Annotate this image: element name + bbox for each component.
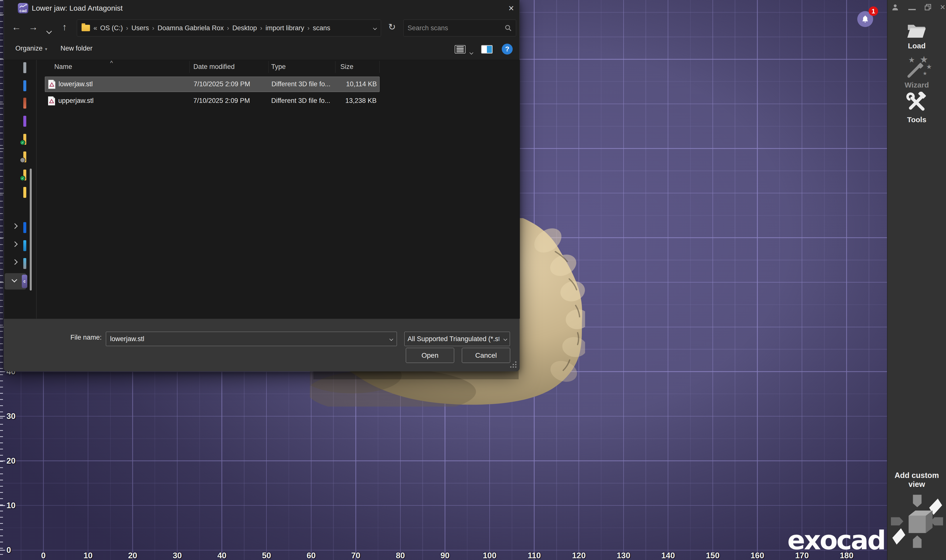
exocad-app-icon: cad xyxy=(18,3,28,13)
file-type: Different 3D file fo... xyxy=(271,80,331,88)
nav-pane-scrollbar[interactable] xyxy=(30,169,32,291)
new-folder-button[interactable]: New folder xyxy=(60,45,92,52)
dialog-toolbar: Organize▾ New folder ? xyxy=(4,39,519,60)
y-axis-label: 20 xyxy=(6,456,15,466)
tree-expand-network-icon[interactable] xyxy=(13,260,17,265)
breadcrumb-item[interactable]: Users xyxy=(131,24,149,32)
recent-locations-chevron-icon[interactable] xyxy=(43,25,55,35)
minimize-icon[interactable] xyxy=(908,9,916,10)
wizard-wand-icon: ★ ★ ★ ★ xyxy=(888,57,946,79)
search-input[interactable]: Search scans xyxy=(403,20,516,37)
file-type: Different 3D file fo... xyxy=(271,97,330,105)
address-dropdown-chevron-icon[interactable] xyxy=(373,26,377,30)
x-axis-label: 130 xyxy=(617,551,630,560)
back-icon[interactable]: ← xyxy=(10,22,23,32)
help-icon[interactable]: ? xyxy=(502,44,513,55)
pane-divider[interactable] xyxy=(36,60,37,318)
close-icon[interactable]: × xyxy=(940,2,945,12)
downloads-folder-icon[interactable] xyxy=(23,116,26,127)
open-button[interactable]: Open xyxy=(406,348,454,363)
notification-badge: 1 xyxy=(869,6,878,16)
tree-collapse-cad-icon[interactable] xyxy=(12,278,16,283)
organize-button[interactable]: Organize▾ xyxy=(15,45,47,52)
home-icon[interactable] xyxy=(23,62,26,73)
exocad-watermark: exocad xyxy=(788,525,885,555)
column-header-name[interactable]: Name xyxy=(54,63,72,71)
refresh-icon[interactable]: ↻ xyxy=(386,22,398,32)
y-axis-label: 30 xyxy=(6,412,15,421)
organize-caret-icon: ▾ xyxy=(45,47,47,52)
dialog-close-button[interactable]: × xyxy=(504,2,518,14)
forward-icon[interactable]: → xyxy=(27,22,40,32)
synced-check-icon: ✓ xyxy=(20,175,25,181)
file-name-input[interactable]: lowerjaw.stl xyxy=(106,332,397,346)
file-type-dropdown-chevron-icon xyxy=(503,337,508,341)
x-axis-label: 90 xyxy=(440,551,450,560)
up-icon[interactable]: ↑ xyxy=(58,22,71,32)
x-axis-label: 160 xyxy=(751,551,764,560)
file-date: 7/10/2025 2:09 PM xyxy=(194,80,250,88)
x-axis-label: 100 xyxy=(483,551,496,560)
sort-ascending-icon: ^ xyxy=(110,60,113,66)
breadcrumb-item[interactable]: OS (C:) xyxy=(100,24,123,32)
dialog-titlebar[interactable]: cad Lower jaw: Load Antagonist × xyxy=(4,0,519,16)
breadcrumb-overflow[interactable]: « xyxy=(94,24,97,32)
y-axis-label: 10 xyxy=(6,501,15,510)
dropbox-icon[interactable] xyxy=(23,222,26,233)
load-button[interactable]: Load xyxy=(888,22,946,50)
user-account-icon[interactable] xyxy=(891,3,899,11)
gallery-icon[interactable] xyxy=(23,80,26,91)
file-name-label: File name: xyxy=(71,334,102,342)
file-name-dropdown-chevron-icon[interactable] xyxy=(389,337,394,341)
x-axis-label: 50 xyxy=(262,551,271,560)
wizard-button[interactable]: ★ ★ ★ ★ Wizard xyxy=(888,57,946,89)
cancel-button[interactable]: Cancel xyxy=(462,348,510,363)
cad-data-icon[interactable]: c xyxy=(22,275,27,288)
column-header-size[interactable]: Size xyxy=(340,63,354,71)
x-axis-label: 150 xyxy=(706,551,720,560)
network-icon[interactable] xyxy=(23,258,26,269)
desktop-folder-icon[interactable] xyxy=(23,98,26,109)
breadcrumb-item[interactable]: import library xyxy=(266,24,304,32)
list-view-icon[interactable] xyxy=(455,45,466,54)
breadcrumb-item[interactable]: Desktop xyxy=(232,24,257,32)
x-axis-label: 30 xyxy=(173,551,182,560)
exocad-side-panel: × Load ★ ★ ★ ★ Wizard xyxy=(887,0,946,560)
x-axis-label: 80 xyxy=(396,551,405,560)
view-cube-widget[interactable] xyxy=(889,490,944,553)
preview-pane-icon[interactable] xyxy=(481,45,492,54)
file-row-lowerjaw[interactable]: lowerjaw.stl 7/10/2025 2:09 PM Different… xyxy=(45,77,380,92)
bell-icon xyxy=(861,15,869,23)
synced-check-icon: ✓ xyxy=(20,140,25,145)
breadcrumb-item[interactable]: scans xyxy=(313,24,331,32)
view-options-caret-icon[interactable] xyxy=(470,48,473,56)
view-cube-icon xyxy=(889,490,944,552)
x-axis-label: 110 xyxy=(528,551,541,560)
file-size: 10,114 KB xyxy=(338,80,377,88)
this-pc-icon[interactable] xyxy=(23,240,26,251)
file-row-upperjaw[interactable]: upperjaw.stl 7/10/2025 2:09 PM Different… xyxy=(45,94,380,109)
tree-expand-this-pc-icon[interactable] xyxy=(13,242,17,247)
dialog-navigation-row: ← → ↑ « OS (C:) › Users › Doamna Gabriel… xyxy=(4,16,519,39)
dialog-footer: File name: lowerjaw.stl All Supported Tr… xyxy=(4,318,519,371)
breadcrumb[interactable]: « OS (C:) › Users › Doamna Gabriela Rox … xyxy=(77,20,381,37)
stl-file-icon xyxy=(48,80,55,89)
breadcrumb-item[interactable]: Doamna Gabriela Rox xyxy=(157,24,224,32)
tools-button[interactable]: Tools xyxy=(888,92,946,124)
file-type-select[interactable]: All Supported Triangulated (*.stl xyxy=(405,332,510,346)
column-header-date[interactable]: Date modified xyxy=(193,63,235,71)
restore-icon[interactable] xyxy=(924,3,932,11)
tree-expand-dropbox-icon[interactable] xyxy=(13,224,17,229)
x-axis-label: 40 xyxy=(217,551,226,560)
stl-file-icon xyxy=(48,96,55,106)
add-custom-view-button[interactable]: Add custom view xyxy=(888,471,946,489)
x-axis-label: 120 xyxy=(572,551,586,560)
chart-arrow-icon xyxy=(19,4,27,8)
column-header-type[interactable]: Type xyxy=(271,63,286,71)
dialog-title: Lower jaw: Load Antagonist xyxy=(32,4,123,12)
videos-folder-icon[interactable] xyxy=(23,187,26,198)
file-date: 7/10/2025 2:09 PM xyxy=(193,97,250,105)
load-antagonist-dialog: cad Lower jaw: Load Antagonist × ← → ↑ «… xyxy=(4,0,520,371)
resize-grip-icon[interactable] xyxy=(510,362,517,368)
x-axis-label: 10 xyxy=(83,551,93,560)
